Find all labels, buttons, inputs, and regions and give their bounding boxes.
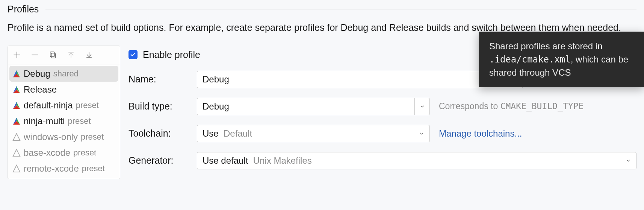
cmake-icon — [12, 133, 21, 141]
section-divider — [45, 9, 636, 9]
move-up-button[interactable] — [66, 50, 76, 60]
name-label: Name: — [128, 74, 197, 85]
remove-profile-button[interactable] — [30, 50, 40, 60]
profile-tag: preset — [68, 116, 91, 126]
profile-name: windows-only — [24, 132, 78, 142]
profile-item-ninja-multi[interactable]: ninja-multi preset — [9, 113, 118, 129]
move-down-button[interactable] — [84, 50, 94, 60]
profiles-toolbar — [8, 46, 120, 64]
arrow-up-icon — [67, 51, 75, 59]
cmake-icon — [12, 85, 21, 94]
name-value: Debug — [203, 74, 229, 85]
copy-icon — [49, 51, 57, 59]
profile-name: base-xcode — [24, 148, 70, 158]
section-title: Profiles — [8, 4, 45, 15]
build-type-value: Debug — [203, 101, 229, 112]
toolchain-prefix: Use — [203, 128, 219, 138]
toolchain-select[interactable]: Use Default — [197, 125, 430, 142]
cmake-icon — [12, 117, 21, 125]
cmake-icon — [12, 101, 21, 110]
profile-item-remote-xcode[interactable]: remote-xcode preset — [9, 161, 118, 177]
enable-profile-label: Enable profile — [143, 49, 200, 60]
generator-prefix: Use default — [203, 155, 248, 166]
build-type-hint: Corresponds to CMAKE_BUILD_TYPE — [439, 101, 584, 111]
generator-select[interactable]: Use default Unix Makefiles — [197, 152, 636, 169]
chevron-down-icon — [420, 104, 425, 109]
toolchain-row: Toolchain: Use Default Manage toolchains… — [128, 125, 636, 142]
profile-item-release[interactable]: Release — [9, 82, 118, 97]
profile-item-debug[interactable]: Debug shared — [9, 66, 118, 82]
profile-name: default-ninja — [24, 100, 73, 111]
profile-tag: preset — [82, 164, 105, 173]
chevron-down-icon — [419, 131, 424, 136]
cmake-icon — [12, 164, 21, 173]
minus-icon — [30, 50, 39, 59]
profile-list: Debug shared Release default-ninja prese… — [8, 64, 120, 178]
build-type-label: Build type: — [128, 101, 197, 112]
profile-tag: preset — [81, 132, 104, 142]
generator-row: Generator: Use default Unix Makefiles — [128, 152, 636, 169]
name-input[interactable]: Debug — [197, 71, 523, 88]
profile-name: ninja-multi — [24, 116, 65, 126]
cmake-icon — [12, 149, 21, 157]
svg-rect-1 — [50, 52, 54, 57]
enable-profile-checkbox[interactable] — [128, 50, 138, 59]
profile-item-default-ninja[interactable]: default-ninja preset — [9, 97, 118, 113]
profile-name: remote-xcode — [24, 163, 79, 174]
profile-tag: shared — [53, 69, 79, 79]
profile-name: Release — [24, 84, 57, 95]
profile-item-windows-only[interactable]: windows-only preset — [9, 129, 118, 145]
cmake-icon — [12, 70, 21, 78]
profiles-sidebar: Debug shared Release default-ninja prese… — [8, 46, 120, 179]
profiles-section: Profiles Profile is a named set of build… — [0, 0, 644, 179]
manage-toolchains-link[interactable]: Manage toolchains... — [439, 128, 522, 139]
build-type-select[interactable]: Debug — [197, 98, 430, 115]
generator-label: Generator: — [128, 155, 197, 166]
copy-profile-button[interactable] — [48, 50, 58, 60]
section-header: Profiles — [8, 4, 636, 15]
build-type-row: Build type: Debug Corresponds to CMAKE_B… — [128, 98, 636, 115]
profile-item-base-xcode[interactable]: base-xcode preset — [9, 145, 118, 161]
share-tooltip: Shared profiles are stored in .idea/cmak… — [479, 32, 644, 87]
toolchain-value: Default — [224, 128, 252, 138]
chevron-down-icon — [626, 158, 631, 163]
toolchain-label: Toolchain: — [128, 128, 197, 139]
arrow-down-icon — [85, 51, 93, 59]
profile-name: Debug — [24, 68, 50, 79]
profile-tag: preset — [76, 100, 99, 110]
svg-rect-0 — [51, 53, 55, 58]
add-profile-button[interactable] — [12, 50, 22, 60]
check-icon — [130, 52, 136, 58]
plus-icon — [12, 50, 21, 59]
generator-value: Unix Makefiles — [253, 155, 312, 166]
profile-tag: preset — [73, 148, 96, 158]
